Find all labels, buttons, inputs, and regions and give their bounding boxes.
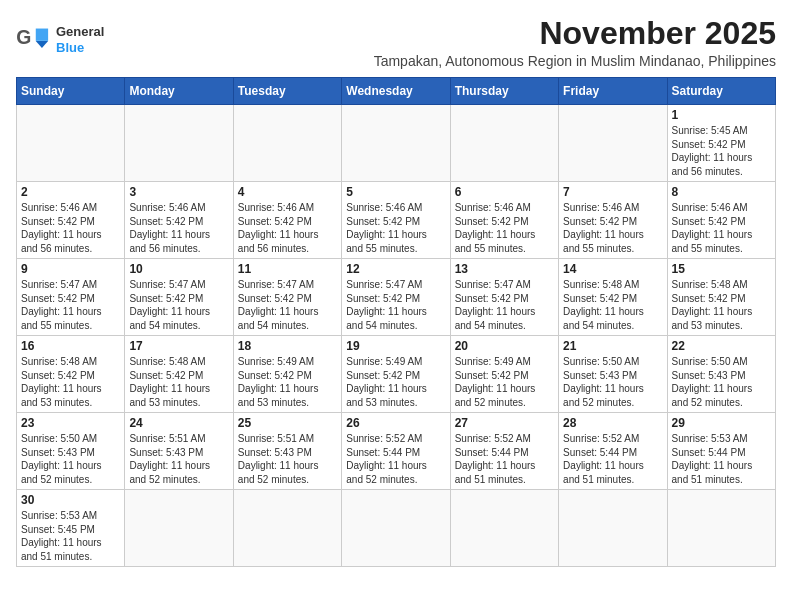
calendar-cell: 16Sunrise: 5:48 AMSunset: 5:42 PMDayligh… (17, 336, 125, 413)
calendar-cell: 7Sunrise: 5:46 AMSunset: 5:42 PMDaylight… (559, 182, 667, 259)
calendar-cell (450, 105, 558, 182)
day-number: 4 (238, 185, 337, 199)
calendar-cell: 12Sunrise: 5:47 AMSunset: 5:42 PMDayligh… (342, 259, 450, 336)
day-info: Sunrise: 5:48 AMSunset: 5:42 PMDaylight:… (21, 355, 120, 409)
day-info: Sunrise: 5:51 AMSunset: 5:43 PMDaylight:… (129, 432, 228, 486)
calendar-cell: 1Sunrise: 5:45 AMSunset: 5:42 PMDaylight… (667, 105, 775, 182)
logo-icon: G (16, 25, 52, 55)
calendar-cell: 4Sunrise: 5:46 AMSunset: 5:42 PMDaylight… (233, 182, 341, 259)
day-number: 28 (563, 416, 662, 430)
day-info: Sunrise: 5:47 AMSunset: 5:42 PMDaylight:… (129, 278, 228, 332)
svg-marker-1 (36, 28, 48, 40)
day-info: Sunrise: 5:46 AMSunset: 5:42 PMDaylight:… (129, 201, 228, 255)
day-number: 16 (21, 339, 120, 353)
day-number: 30 (21, 493, 120, 507)
calendar-cell (450, 490, 558, 567)
day-info: Sunrise: 5:48 AMSunset: 5:42 PMDaylight:… (129, 355, 228, 409)
calendar-cell: 6Sunrise: 5:46 AMSunset: 5:42 PMDaylight… (450, 182, 558, 259)
day-number: 25 (238, 416, 337, 430)
day-info: Sunrise: 5:53 AMSunset: 5:45 PMDaylight:… (21, 509, 120, 563)
day-info: Sunrise: 5:45 AMSunset: 5:42 PMDaylight:… (672, 124, 771, 178)
calendar-cell: 5Sunrise: 5:46 AMSunset: 5:42 PMDaylight… (342, 182, 450, 259)
calendar-cell: 11Sunrise: 5:47 AMSunset: 5:42 PMDayligh… (233, 259, 341, 336)
day-number: 19 (346, 339, 445, 353)
calendar-cell (125, 490, 233, 567)
calendar-cell (233, 490, 341, 567)
calendar-cell: 27Sunrise: 5:52 AMSunset: 5:44 PMDayligh… (450, 413, 558, 490)
day-number: 9 (21, 262, 120, 276)
calendar-cell: 19Sunrise: 5:49 AMSunset: 5:42 PMDayligh… (342, 336, 450, 413)
calendar-cell (559, 105, 667, 182)
day-info: Sunrise: 5:50 AMSunset: 5:43 PMDaylight:… (672, 355, 771, 409)
day-number: 24 (129, 416, 228, 430)
calendar-cell (125, 105, 233, 182)
day-number: 10 (129, 262, 228, 276)
day-info: Sunrise: 5:46 AMSunset: 5:42 PMDaylight:… (672, 201, 771, 255)
weekday-header-friday: Friday (559, 78, 667, 105)
day-number: 7 (563, 185, 662, 199)
day-number: 12 (346, 262, 445, 276)
calendar-cell (233, 105, 341, 182)
day-info: Sunrise: 5:50 AMSunset: 5:43 PMDaylight:… (563, 355, 662, 409)
svg-marker-2 (36, 40, 48, 47)
weekday-header-wednesday: Wednesday (342, 78, 450, 105)
day-info: Sunrise: 5:47 AMSunset: 5:42 PMDaylight:… (455, 278, 554, 332)
location-subtitle: Tampakan, Autonomous Region in Muslim Mi… (104, 53, 776, 69)
calendar-cell (667, 490, 775, 567)
calendar-cell: 2Sunrise: 5:46 AMSunset: 5:42 PMDaylight… (17, 182, 125, 259)
day-info: Sunrise: 5:47 AMSunset: 5:42 PMDaylight:… (21, 278, 120, 332)
calendar-cell: 9Sunrise: 5:47 AMSunset: 5:42 PMDaylight… (17, 259, 125, 336)
calendar-cell: 20Sunrise: 5:49 AMSunset: 5:42 PMDayligh… (450, 336, 558, 413)
calendar-cell: 17Sunrise: 5:48 AMSunset: 5:42 PMDayligh… (125, 336, 233, 413)
day-info: Sunrise: 5:48 AMSunset: 5:42 PMDaylight:… (672, 278, 771, 332)
weekday-header-tuesday: Tuesday (233, 78, 341, 105)
calendar-cell (342, 105, 450, 182)
day-number: 8 (672, 185, 771, 199)
logo-text: General Blue (56, 24, 104, 55)
calendar-cell: 10Sunrise: 5:47 AMSunset: 5:42 PMDayligh… (125, 259, 233, 336)
day-number: 26 (346, 416, 445, 430)
weekday-header-saturday: Saturday (667, 78, 775, 105)
title-area: November 2025 Tampakan, Autonomous Regio… (104, 16, 776, 69)
day-number: 23 (21, 416, 120, 430)
day-number: 27 (455, 416, 554, 430)
calendar-cell: 30Sunrise: 5:53 AMSunset: 5:45 PMDayligh… (17, 490, 125, 567)
calendar-cell: 21Sunrise: 5:50 AMSunset: 5:43 PMDayligh… (559, 336, 667, 413)
calendar-cell (17, 105, 125, 182)
day-number: 5 (346, 185, 445, 199)
calendar-cell: 25Sunrise: 5:51 AMSunset: 5:43 PMDayligh… (233, 413, 341, 490)
calendar-cell: 29Sunrise: 5:53 AMSunset: 5:44 PMDayligh… (667, 413, 775, 490)
calendar-cell: 24Sunrise: 5:51 AMSunset: 5:43 PMDayligh… (125, 413, 233, 490)
calendar-cell: 23Sunrise: 5:50 AMSunset: 5:43 PMDayligh… (17, 413, 125, 490)
day-number: 18 (238, 339, 337, 353)
weekday-header-sunday: Sunday (17, 78, 125, 105)
page-header: G General Blue November 2025 Tampakan, A… (16, 16, 776, 69)
day-info: Sunrise: 5:46 AMSunset: 5:42 PMDaylight:… (238, 201, 337, 255)
day-info: Sunrise: 5:46 AMSunset: 5:42 PMDaylight:… (455, 201, 554, 255)
weekday-header-thursday: Thursday (450, 78, 558, 105)
day-number: 20 (455, 339, 554, 353)
calendar-cell: 28Sunrise: 5:52 AMSunset: 5:44 PMDayligh… (559, 413, 667, 490)
day-number: 6 (455, 185, 554, 199)
day-info: Sunrise: 5:51 AMSunset: 5:43 PMDaylight:… (238, 432, 337, 486)
calendar-header: SundayMondayTuesdayWednesdayThursdayFrid… (17, 78, 776, 105)
day-info: Sunrise: 5:52 AMSunset: 5:44 PMDaylight:… (563, 432, 662, 486)
calendar-cell: 26Sunrise: 5:52 AMSunset: 5:44 PMDayligh… (342, 413, 450, 490)
calendar-cell (559, 490, 667, 567)
day-info: Sunrise: 5:49 AMSunset: 5:42 PMDaylight:… (455, 355, 554, 409)
month-title: November 2025 (104, 16, 776, 51)
svg-text:G: G (16, 26, 31, 48)
day-info: Sunrise: 5:46 AMSunset: 5:42 PMDaylight:… (21, 201, 120, 255)
calendar-cell: 15Sunrise: 5:48 AMSunset: 5:42 PMDayligh… (667, 259, 775, 336)
calendar-table: SundayMondayTuesdayWednesdayThursdayFrid… (16, 77, 776, 567)
calendar-cell: 3Sunrise: 5:46 AMSunset: 5:42 PMDaylight… (125, 182, 233, 259)
day-info: Sunrise: 5:47 AMSunset: 5:42 PMDaylight:… (346, 278, 445, 332)
calendar-cell: 13Sunrise: 5:47 AMSunset: 5:42 PMDayligh… (450, 259, 558, 336)
calendar-cell: 18Sunrise: 5:49 AMSunset: 5:42 PMDayligh… (233, 336, 341, 413)
day-number: 13 (455, 262, 554, 276)
day-number: 2 (21, 185, 120, 199)
day-info: Sunrise: 5:49 AMSunset: 5:42 PMDaylight:… (346, 355, 445, 409)
day-number: 17 (129, 339, 228, 353)
day-info: Sunrise: 5:46 AMSunset: 5:42 PMDaylight:… (563, 201, 662, 255)
day-number: 15 (672, 262, 771, 276)
